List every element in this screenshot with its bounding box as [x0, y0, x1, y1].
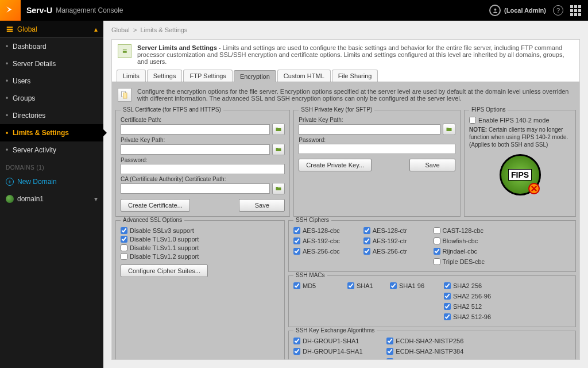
- encryption-desc: Configure the encryption options for the…: [137, 88, 574, 102]
- ssh-key-group: SSH Private Key (for SFTP) Private Key P…: [293, 110, 461, 217]
- ssl-password-label: Password:: [121, 157, 285, 163]
- content: Global > Limits & Settings ≡ Server Limi…: [103, 21, 588, 368]
- svg-point-0: [494, 8, 496, 10]
- globe-icon: [6, 195, 14, 203]
- topbar: Serv-U Management Console (Local Admin) …: [0, 0, 588, 21]
- panel: ≡ Server Limits and Settings - Limits an…: [111, 39, 580, 360]
- ssh-pkey-browse[interactable]: [443, 124, 455, 135]
- ssh-save-button[interactable]: Save: [409, 159, 455, 171]
- checkbox-option[interactable]: SHA2 256: [444, 282, 507, 289]
- caret-down-icon: ▾: [94, 195, 98, 203]
- ssl-pkey-input[interactable]: [121, 144, 270, 155]
- tab[interactable]: FTP Settings: [183, 70, 232, 82]
- checkbox-option[interactable]: SHA2 512-96: [444, 313, 507, 320]
- cert-path-browse[interactable]: [272, 124, 285, 135]
- sidebar-item[interactable]: Server Activity: [0, 141, 103, 159]
- panel-icon: ≡: [118, 44, 131, 58]
- fips-enable-checkbox[interactable]: Enable FIPS 140-2 mode: [469, 117, 571, 124]
- checkbox-option[interactable]: AES-128-ctr: [363, 227, 431, 234]
- checkbox-option[interactable]: AES-256-cbc: [293, 248, 361, 255]
- ssh-pkey-input[interactable]: [299, 124, 440, 135]
- sidebar: Global ▴ DashboardServer DetailsUsersGro…: [0, 21, 103, 368]
- help-icon[interactable]: ?: [553, 5, 563, 16]
- ssh-ciphers-group: SSH Ciphers AES-128-cbcAES-128-ctrCAST-1…: [288, 220, 576, 272]
- breadcrumb-current: Limits & Settings: [140, 26, 187, 33]
- breadcrumb: Global > Limits & Settings: [103, 21, 588, 39]
- checkbox-option[interactable]: SHA2 512: [444, 303, 507, 310]
- new-domain-label: New Domain: [17, 178, 57, 186]
- fips-note: NOTE: Certain clients may no longer func…: [469, 126, 571, 148]
- brand-name: Serv-U: [26, 6, 52, 15]
- new-domain-button[interactable]: + New Domain: [0, 173, 103, 190]
- checkbox-option[interactable]: AES-256-ctr: [363, 248, 431, 255]
- checkbox-option[interactable]: AES-192-cbc: [293, 237, 361, 244]
- ssh-legend: SSH Private Key (for SFTP): [299, 106, 374, 113]
- cert-path-input[interactable]: [121, 124, 270, 135]
- ca-path-browse[interactable]: [272, 183, 285, 194]
- sidebar-item[interactable]: Groups: [0, 90, 103, 107]
- ssh-password-input[interactable]: [299, 144, 455, 154]
- fips-group: FIPS Options Enable FIPS 140-2 mode NOTE…: [464, 110, 576, 217]
- checkbox-option[interactable]: CAST-128-cbc: [434, 227, 501, 234]
- plus-icon: +: [6, 178, 14, 186]
- sidebar-item[interactable]: Dashboard: [0, 38, 103, 55]
- app-logo: [0, 0, 21, 21]
- sidebar-item[interactable]: Users: [0, 72, 103, 90]
- checkbox-option[interactable]: SHA1: [347, 282, 388, 289]
- checkbox-option[interactable]: SHA1 96: [390, 282, 442, 289]
- tab[interactable]: Limits: [117, 70, 146, 82]
- ssh-pkey-label: Private Key Path:: [299, 117, 455, 123]
- ca-path-label: CA (Certificate Authority) Certificate P…: [121, 176, 285, 182]
- sidebar-scope[interactable]: Global ▴: [0, 21, 103, 38]
- checkbox-option[interactable]: DH-GROUP1-SHA1: [293, 338, 384, 344]
- tab[interactable]: Custom HTML: [277, 70, 331, 82]
- svg-rect-5: [123, 93, 127, 98]
- checkbox-option[interactable]: Disable SSLv3 support: [121, 227, 280, 234]
- checkbox-option[interactable]: Disable TLSv1.2 support: [121, 253, 280, 260]
- configure-cipher-button[interactable]: Configure Cipher Suites...: [121, 264, 208, 277]
- domain-item[interactable]: domain1 ▾: [0, 190, 103, 208]
- checkbox-option[interactable]: ECDH-SHA2-NISTP256: [386, 338, 477, 344]
- domain-label: domain1: [17, 195, 44, 203]
- apps-grid-icon[interactable]: [570, 5, 581, 16]
- checkbox-option[interactable]: ECDH-SHA2-NISTP521: [386, 358, 477, 360]
- create-pkey-button[interactable]: Create Private Key...: [299, 159, 372, 171]
- kex-legend: SSH Key Exchange Algorithms: [293, 327, 377, 334]
- checkbox-option[interactable]: Rijndael-cbc: [434, 248, 501, 255]
- adv-ssl-group: Advanced SSL Options Disable SSLv3 suppo…: [115, 220, 285, 360]
- user-label[interactable]: (Local Admin): [504, 7, 546, 14]
- breadcrumb-root[interactable]: Global: [111, 26, 130, 33]
- checkbox-option[interactable]: Triple DES-cbc: [434, 258, 501, 265]
- checkbox-option[interactable]: MD5: [293, 282, 345, 289]
- create-cert-button[interactable]: Create Certificate...: [121, 199, 190, 212]
- checkbox-option[interactable]: Blowfish-cbc: [434, 237, 501, 244]
- sidebar-item[interactable]: Server Details: [0, 55, 103, 72]
- ciphers-legend: SSH Ciphers: [293, 217, 331, 223]
- tab[interactable]: Encryption: [234, 70, 276, 82]
- sidebar-scope-label: Global: [17, 25, 37, 33]
- tab[interactable]: File Sharing: [332, 70, 378, 82]
- checkbox-option[interactable]: AES-128-cbc: [293, 227, 361, 234]
- checkbox-option[interactable]: DH-GROUP14-SHA1: [293, 348, 384, 355]
- ca-path-input[interactable]: [121, 183, 270, 194]
- domains-label: DOMAINS (1): [0, 159, 103, 173]
- ssl-pkey-browse[interactable]: [272, 144, 285, 155]
- ssl-save-button[interactable]: Save: [239, 199, 285, 212]
- checkbox-option[interactable]: Disable TLSv1.0 support: [121, 236, 280, 243]
- checkbox-option[interactable]: SHA2 256-96: [444, 293, 507, 300]
- ssh-macs-group: SSH MACs MD5SHA1SHA1 96SHA2 256SHA2 256-…: [288, 275, 576, 327]
- checkbox-option[interactable]: Disable TLSv1.1 support: [121, 244, 280, 251]
- checkbox-option[interactable]: ECDH-SHA2-NISTP384: [386, 348, 477, 355]
- user-icon[interactable]: [489, 5, 501, 16]
- sidebar-item[interactable]: Limits & Settings: [0, 124, 103, 141]
- tab[interactable]: Settings: [147, 70, 183, 82]
- caret-up-icon: ▴: [94, 25, 98, 33]
- checkbox-option[interactable]: AES-192-ctr: [363, 237, 431, 244]
- ssl-password-input[interactable]: [121, 164, 285, 174]
- ssl-pkey-label: Private Key Path:: [121, 137, 285, 143]
- adv-legend: Advanced SSL Options: [121, 217, 184, 223]
- ssh-password-label: Password:: [299, 137, 455, 143]
- ssl-cert-group: SSL Certificate (for FTPS and HTTPS) Cer…: [115, 110, 290, 217]
- sidebar-item[interactable]: Directories: [0, 107, 103, 124]
- ssh-kex-group: SSH Key Exchange Algorithms DH-GROUP1-SH…: [288, 331, 576, 360]
